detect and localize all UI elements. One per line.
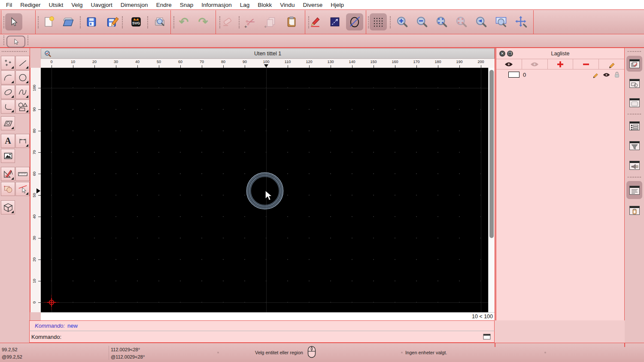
layer-color-swatch[interactable] bbox=[508, 72, 519, 78]
ellipse-tool[interactable] bbox=[1, 85, 15, 99]
layer-panel-titlebar[interactable]: ✕ ❐ Lagliste bbox=[496, 49, 624, 59]
selection-box-button[interactable] bbox=[326, 13, 343, 30]
toolbar-grip[interactable] bbox=[80, 16, 81, 28]
menu-item-hjelp[interactable]: Hjelp bbox=[331, 2, 344, 8]
view-3d-tool[interactable] bbox=[1, 200, 15, 214]
toolbar-grip[interactable] bbox=[147, 16, 148, 28]
zoom-selection-button[interactable] bbox=[453, 13, 470, 30]
zoom-window-button[interactable] bbox=[492, 13, 510, 30]
selection-tool-button[interactable] bbox=[5, 13, 22, 30]
selection-filter-toggle[interactable] bbox=[626, 138, 642, 154]
edit-attributes-button[interactable] bbox=[307, 13, 324, 30]
layer-lock-icon[interactable] bbox=[614, 71, 620, 78]
print-preview-button[interactable] bbox=[151, 13, 168, 30]
canvas-vertical-scrollbar[interactable] bbox=[488, 68, 495, 312]
copy-button[interactable]: + bbox=[262, 13, 279, 30]
menu-item-snap[interactable]: Snap bbox=[180, 2, 194, 8]
menu-item-velg[interactable]: Velg bbox=[71, 2, 82, 8]
layer-visibility-icon[interactable] bbox=[602, 72, 611, 78]
grid-toggle-button[interactable] bbox=[370, 13, 387, 30]
save-button[interactable] bbox=[83, 13, 100, 30]
text-tool[interactable]: A bbox=[1, 134, 15, 148]
toolbar-grip[interactable] bbox=[239, 16, 240, 28]
ruler-tick-label: 10 bbox=[32, 279, 36, 283]
paste-button[interactable] bbox=[283, 13, 300, 30]
toolbar-grip[interactable] bbox=[27, 36, 28, 45]
undo-button[interactable]: ↶ bbox=[175, 13, 192, 30]
menu-item-uavgjort[interactable]: Uavgjort bbox=[91, 2, 112, 8]
scrollbar-thumb[interactable] bbox=[489, 70, 494, 238]
line-tool[interactable] bbox=[15, 56, 30, 70]
block-list-toggle[interactable] bbox=[626, 75, 642, 91]
layer-edit-icon[interactable] bbox=[592, 71, 599, 78]
menu-item-informasjon[interactable]: Informasjon bbox=[201, 2, 232, 8]
library-browser-toggle[interactable] bbox=[626, 95, 642, 111]
menu-item-lag[interactable]: Lag bbox=[240, 2, 250, 8]
command-input[interactable] bbox=[61, 332, 483, 341]
layer-row[interactable]: 0 bbox=[496, 69, 624, 80]
trim-tool[interactable] bbox=[15, 182, 30, 196]
zoom-auto-button[interactable] bbox=[433, 13, 450, 30]
toolbar-grip[interactable] bbox=[390, 16, 391, 28]
cut-button[interactable]: ✂ + bbox=[242, 13, 259, 30]
zoom-previous-button[interactable] bbox=[473, 13, 490, 30]
arc-tool[interactable] bbox=[1, 70, 15, 84]
command-line-toggle[interactable] bbox=[626, 181, 642, 199]
new-document-button[interactable] bbox=[40, 13, 57, 30]
add-layer-button[interactable] bbox=[548, 59, 574, 69]
dimension-tool[interactable] bbox=[15, 134, 30, 148]
layer-list-toggle[interactable] bbox=[626, 56, 642, 72]
circle-tool[interactable] bbox=[15, 70, 30, 84]
drawing-canvas[interactable] bbox=[41, 68, 488, 312]
toolbar-grip[interactable] bbox=[3, 36, 4, 45]
menu-item-utsikt[interactable]: Utsikt bbox=[49, 2, 64, 8]
zoom-in-button[interactable] bbox=[394, 13, 411, 30]
status-separator-dot bbox=[544, 352, 546, 353]
property-editor-toggle[interactable] bbox=[626, 118, 642, 134]
modify-shapes-tool[interactable] bbox=[1, 182, 15, 196]
toolbar-grip[interactable] bbox=[173, 16, 174, 28]
save-as-button[interactable] bbox=[104, 13, 121, 30]
selection-filter-window-icon bbox=[629, 141, 640, 150]
edit-layer-button[interactable] bbox=[599, 59, 624, 69]
dock-grip[interactable] bbox=[628, 114, 641, 115]
palette-grip[interactable] bbox=[2, 51, 27, 52]
shapes-tool[interactable] bbox=[15, 100, 30, 114]
dock-grip[interactable] bbox=[628, 51, 641, 52]
open-file-button[interactable] bbox=[60, 13, 77, 30]
measure-tool[interactable] bbox=[15, 167, 30, 181]
menu-item-dimensjon[interactable]: Dimensjon bbox=[121, 2, 148, 8]
render-panel-toggle[interactable] bbox=[626, 157, 642, 173]
dock-grip[interactable] bbox=[628, 177, 641, 178]
menu-item-blokk[interactable]: Blokk bbox=[258, 2, 272, 8]
pan-button[interactable] bbox=[513, 13, 530, 30]
menu-item-diverse[interactable]: Diverse bbox=[303, 2, 323, 8]
toolbar-grip[interactable] bbox=[368, 16, 369, 28]
remove-layer-button[interactable] bbox=[573, 59, 599, 69]
zoom-out-button[interactable] bbox=[413, 13, 431, 30]
selection-mode-button[interactable] bbox=[6, 36, 25, 48]
menu-item-endre[interactable]: Endre bbox=[156, 2, 172, 8]
hide-all-layers-button[interactable] bbox=[522, 59, 548, 69]
toolbar-grip[interactable] bbox=[3, 16, 4, 28]
toolbar-grip[interactable] bbox=[38, 16, 39, 28]
menu-item-rediger[interactable]: Rediger bbox=[20, 2, 40, 8]
drawing-window-titlebar[interactable]: Uten tittel 1 bbox=[41, 48, 495, 59]
hatch-tool[interactable] bbox=[1, 116, 15, 130]
show-all-layers-button[interactable] bbox=[496, 59, 522, 69]
redo-button[interactable]: ↷ bbox=[194, 13, 212, 30]
menu-item-vindu[interactable]: Vindu bbox=[280, 2, 295, 8]
cad-tools[interactable] bbox=[1, 167, 15, 181]
menu-item-fil[interactable]: Fil bbox=[6, 2, 12, 8]
polyline-tool[interactable] bbox=[1, 100, 15, 114]
erase-button[interactable] bbox=[219, 13, 236, 30]
clipboard-panel-toggle[interactable] bbox=[626, 202, 642, 218]
draw-ellipse-button[interactable] bbox=[346, 13, 363, 30]
spline-tool[interactable] bbox=[15, 85, 30, 99]
toolbar-grip[interactable] bbox=[122, 16, 123, 28]
point-tool[interactable] bbox=[1, 56, 15, 70]
detach-command-window-button[interactable] bbox=[483, 334, 491, 340]
redo-icon: ↷ bbox=[198, 16, 208, 28]
svg-export-button[interactable]: SVG bbox=[128, 13, 145, 30]
image-tool[interactable] bbox=[1, 149, 15, 163]
